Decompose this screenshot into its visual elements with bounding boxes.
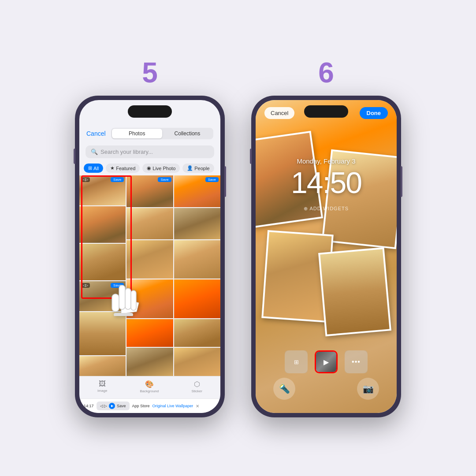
photos-picker-screen: Cancel Photos Collections 🔍 Search your …: [79, 100, 220, 413]
lockscreen-thumbnail-row: ⊞ ▶ •••: [256, 350, 397, 373]
step-number-5: 5: [142, 59, 158, 87]
camera-button[interactable]: 📷: [357, 378, 379, 400]
bottom-strip: 14:17 ◁ ▷ ▶ Save App Store Original Live…: [79, 398, 220, 413]
list-item[interactable]: [126, 319, 173, 347]
lockscreen-date: Monday, February 3: [256, 157, 397, 165]
photos-picker-header: Cancel Photos Collections: [79, 124, 220, 143]
save-badge-4: Save: [205, 177, 219, 182]
search-icon: 🔍: [91, 149, 98, 155]
ls-cancel-button[interactable]: Cancel: [264, 107, 294, 119]
play-icon-thumb: ▶: [324, 358, 329, 366]
search-placeholder: Search your library...: [100, 149, 153, 155]
filter-featured[interactable]: ★ Featured: [106, 164, 140, 173]
time-label: 14:17: [84, 404, 94, 408]
live-photo-preview: ▶: [316, 352, 336, 372]
svg-rect-3: [112, 294, 119, 312]
phone-5: Cancel Photos Collections 🔍 Search your …: [75, 96, 225, 417]
sticker-icon: ⬡: [194, 380, 200, 388]
list-item[interactable]: [174, 348, 220, 376]
video-badge-2: ◁▷: [81, 283, 90, 288]
ls-done-button[interactable]: Done: [360, 107, 388, 119]
photos-tab-bar: Photos Collections: [111, 128, 213, 139]
cancel-button[interactable]: Cancel: [86, 130, 106, 137]
close-button-strip[interactable]: ✕: [196, 404, 199, 409]
thumbnail-customize[interactable]: ⊞: [285, 350, 308, 373]
tab-collections[interactable]: Collections: [162, 129, 212, 138]
filter-live-photo[interactable]: ◉ Live Photo: [142, 164, 180, 173]
list-item[interactable]: [174, 279, 220, 318]
frame-image-4: [320, 249, 389, 335]
list-item[interactable]: [79, 356, 126, 376]
video-controls[interactable]: ◁ ▷: [100, 404, 108, 408]
add-widgets-button[interactable]: ADD WIDGETS: [256, 206, 397, 212]
lockscreen-bottom-controls: 🔦 📷: [256, 378, 397, 400]
toolbar-sticker-label: Sticker: [191, 389, 202, 393]
thumbnail-more[interactable]: •••: [345, 350, 368, 373]
search-bar[interactable]: 🔍 Search your library...: [86, 145, 214, 158]
list-item[interactable]: Save: [126, 175, 173, 207]
bottom-toolbar: 🖼 Image 🎨 Background ⬡ Sticker: [79, 376, 220, 398]
step-5: 5 Cancel Photos Collections 🔍: [75, 59, 225, 417]
step-6: 6: [251, 59, 401, 417]
svg-rect-1: [125, 288, 131, 309]
photo-frame-4: [318, 247, 391, 336]
save-badge: Save: [111, 177, 124, 182]
main-container: 5 Cancel Photos Collections 🔍: [0, 0, 476, 476]
list-item[interactable]: ◁▷ Save: [79, 175, 126, 205]
toolbar-bg-label: Background: [140, 389, 159, 393]
photo-col-3: Save: [174, 175, 220, 376]
lockscreen-editor: Cancel Done Monday, February 3 14:50 ADD…: [256, 100, 397, 413]
filter-bar: ⊞ All ★ Featured ◉ Live Photo 👤: [79, 161, 220, 175]
flashlight-icon: 🔦: [279, 383, 290, 394]
phone-6: Cancel Done Monday, February 3 14:50 ADD…: [251, 96, 401, 417]
list-item[interactable]: [79, 244, 126, 280]
toolbar-image-label: Image: [97, 389, 107, 393]
filter-all[interactable]: ⊞ All: [84, 164, 103, 173]
live-icon: ◉: [147, 165, 151, 171]
dynamic-island-5: [128, 105, 172, 118]
phone-5-inner: Cancel Photos Collections 🔍 Search your …: [79, 100, 220, 413]
dynamic-island-6: [304, 105, 348, 118]
app-store-label: App Store: [132, 404, 150, 408]
list-item[interactable]: [174, 319, 220, 347]
photo-col-2: Save: [126, 175, 173, 376]
list-item[interactable]: [126, 240, 173, 279]
more-icon: •••: [345, 350, 368, 373]
photo-col-1: ◁▷ Save ◁▷ Save: [79, 175, 126, 376]
toolbar-background[interactable]: 🎨 Background: [140, 380, 159, 393]
photo-grid: ◁▷ Save ◁▷ Save: [79, 175, 220, 376]
star-icon: ★: [110, 165, 115, 171]
thumbnail-live-photo[interactable]: ▶: [315, 350, 338, 373]
tab-photos[interactable]: Photos: [112, 129, 162, 138]
original-live-label: Original Live Wallpaper: [152, 404, 193, 408]
video-badge: ◁▷: [81, 177, 90, 182]
list-item[interactable]: [174, 240, 220, 279]
lockscreen-time: 14:50: [256, 165, 397, 200]
save-badge-3: Save: [158, 177, 171, 182]
list-item[interactable]: [174, 208, 220, 240]
list-item[interactable]: [126, 348, 173, 376]
list-item[interactable]: [126, 208, 173, 240]
step-number-6: 6: [318, 59, 334, 87]
flashlight-button[interactable]: 🔦: [273, 378, 295, 400]
play-button[interactable]: ▶: [109, 403, 115, 409]
camera-icon: 📷: [363, 383, 374, 394]
phone-6-inner: Cancel Done Monday, February 3 14:50 ADD…: [256, 100, 397, 413]
play-icon: ▶: [111, 404, 113, 408]
filter-people[interactable]: 👤 People: [182, 164, 214, 173]
svg-rect-4: [114, 313, 133, 316]
svg-rect-0: [119, 285, 125, 309]
photo-grid-rows: ◁▷ Save ◁▷ Save: [79, 175, 220, 376]
person-icon: 👤: [187, 165, 193, 171]
hand-cursor-indicator: [106, 279, 141, 323]
save-label: Save: [117, 404, 126, 408]
image-icon: 🖼: [99, 380, 106, 388]
grid-icon: ⊞: [88, 165, 92, 171]
bg-icon: 🎨: [145, 380, 154, 388]
list-item[interactable]: [79, 206, 126, 243]
toolbar-sticker[interactable]: ⬡ Sticker: [191, 380, 202, 393]
list-item[interactable]: Save: [174, 175, 220, 207]
customize-icon: ⊞: [285, 350, 308, 373]
svg-rect-2: [131, 290, 136, 310]
toolbar-image[interactable]: 🖼 Image: [97, 380, 107, 393]
